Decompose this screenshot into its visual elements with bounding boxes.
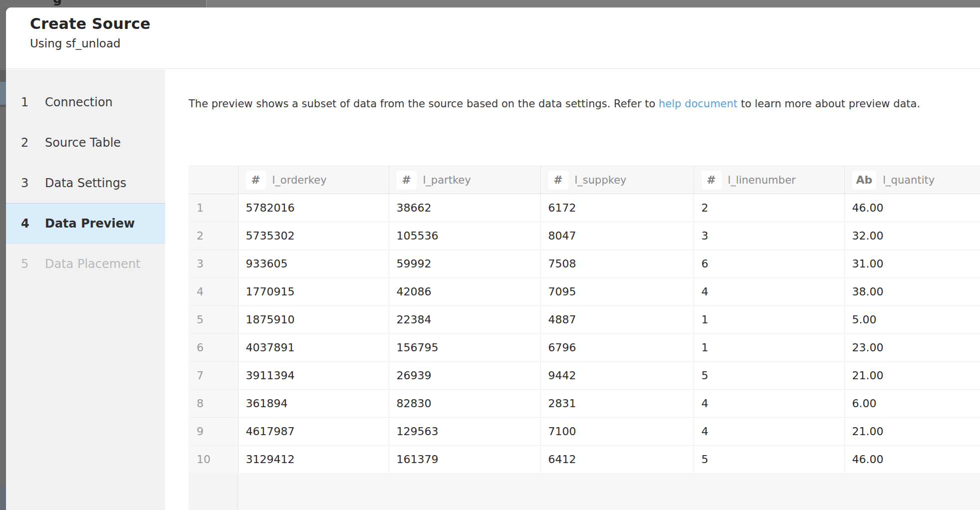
step-label: Data Settings	[45, 176, 126, 190]
step-number: 4	[21, 217, 35, 231]
cell-l_suppkey: 6412	[540, 446, 694, 474]
cell-l_linenumber: 6	[694, 250, 844, 278]
cell-l_quantity: 21.00	[844, 418, 980, 446]
step-label: Data Placement	[45, 257, 141, 271]
modal-title: Create Source	[30, 14, 980, 33]
cell-l_orderkey: 3911394	[238, 362, 389, 390]
numeric-type-icon: #	[702, 171, 722, 190]
step-number: 3	[21, 176, 35, 190]
row-number-header-cell	[189, 166, 238, 194]
cell-l_quantity: 6.00	[844, 390, 980, 418]
column-header-l_orderkey: #l_orderkey	[238, 166, 389, 194]
cell-l_quantity: 38.00	[844, 278, 980, 306]
modal-subtitle: Using sf_unload	[30, 36, 980, 51]
table-row: 73911394269399442521.00	[189, 362, 980, 390]
wizard-sidebar: 1Connection2Source Table3Data Settings4D…	[6, 69, 165, 510]
cell-l_linenumber: 1	[694, 306, 844, 334]
step-number: 5	[21, 257, 35, 271]
cell-l_suppkey: 4887	[540, 306, 694, 334]
preview-description: The preview shows a subset of data from …	[189, 98, 920, 110]
sidebar-step-data-placement: 5Data Placement	[6, 244, 165, 284]
row-number-cell: 3	[189, 250, 238, 278]
cell-l_partkey: 42086	[389, 278, 540, 306]
row-number-cell: 10	[189, 446, 238, 474]
cell-l_suppkey: 8047	[540, 222, 694, 250]
cell-l_quantity: 31.00	[844, 250, 980, 278]
cell-l_suppkey: 6796	[540, 334, 694, 362]
row-number-cell: 9	[189, 418, 238, 446]
cell-l_orderkey: 5735302	[238, 222, 389, 250]
cell-l_partkey: 82830	[389, 390, 540, 418]
sidebar-step-connection[interactable]: 1Connection	[6, 82, 165, 122]
cell-l_orderkey: 4037891	[238, 334, 389, 362]
background-left-edge	[0, 7, 6, 510]
preview-table-header-row: #l_orderkey#l_partkey#l_suppkey#l_linenu…	[189, 166, 980, 194]
sidebar-step-data-settings[interactable]: 3Data Settings	[6, 163, 165, 203]
cell-l_partkey: 129563	[389, 418, 540, 446]
column-header-l_suppkey: #l_suppkey	[540, 166, 694, 194]
row-number-cell: 4	[189, 278, 238, 306]
create-source-modal: Create Source Using sf_unload 1Connectio…	[6, 7, 980, 510]
cell-l_suppkey: 7095	[540, 278, 694, 306]
help-document-link[interactable]: help document	[659, 98, 737, 110]
table-row: 640378911567956796123.00	[189, 334, 980, 362]
cell-l_orderkey: 361894	[238, 390, 389, 418]
cell-l_linenumber: 4	[694, 390, 844, 418]
cell-l_suppkey: 7508	[540, 250, 694, 278]
table-empty-area	[189, 473, 980, 510]
cell-l_partkey: 26939	[389, 362, 540, 390]
table-row: 946179871295637100421.00	[189, 418, 980, 446]
cell-l_linenumber: 4	[694, 418, 844, 446]
cell-l_linenumber: 3	[694, 222, 844, 250]
modal-header: Create Source Using sf_unload	[6, 7, 980, 69]
table-row: 41770915420867095438.00	[189, 278, 980, 306]
row-number-cell: 1	[189, 194, 238, 222]
cell-l_linenumber: 2	[694, 194, 844, 222]
column-header-l_quantity: Abl_quantity	[844, 166, 980, 194]
cell-l_linenumber: 4	[694, 278, 844, 306]
cell-l_linenumber: 5	[694, 446, 844, 474]
cell-l_orderkey: 3129412	[238, 446, 389, 474]
cell-l_orderkey: 1875910	[238, 306, 389, 334]
column-name: l_quantity	[883, 174, 935, 186]
step-label: Connection	[45, 95, 113, 109]
cell-l_linenumber: 5	[694, 362, 844, 390]
cell-l_quantity: 23.00	[844, 334, 980, 362]
cell-l_orderkey: 5782016	[238, 194, 389, 222]
cell-l_suppkey: 9442	[540, 362, 694, 390]
preview-description-text-after: to learn more about preview data.	[737, 98, 920, 110]
table-row: 257353021055368047332.00	[189, 222, 980, 250]
step-number: 1	[21, 95, 35, 109]
wizard-steps: 1Connection2Source Table3Data Settings4D…	[6, 69, 165, 284]
background-top-bar-left-segment: g	[0, 0, 207, 7]
cell-l_quantity: 46.00	[844, 194, 980, 222]
cell-l_partkey: 105536	[389, 222, 540, 250]
cell-l_partkey: 38662	[389, 194, 540, 222]
preview-table-body: 15782016386626172246.0025735302105536804…	[189, 194, 980, 474]
cell-l_orderkey: 933605	[238, 250, 389, 278]
cell-l_quantity: 5.00	[844, 306, 980, 334]
step-label: Data Preview	[45, 217, 135, 231]
row-number-cell: 8	[189, 390, 238, 418]
cell-l_quantity: 21.00	[844, 362, 980, 390]
background-page-text-fragment: g	[53, 0, 62, 6]
cell-l_quantity: 46.00	[844, 446, 980, 474]
text-type-icon: Ab	[852, 171, 877, 190]
column-header-l_linenumber: #l_linenumber	[694, 166, 844, 194]
cell-l_partkey: 22384	[389, 306, 540, 334]
cell-l_orderkey: 1770915	[238, 278, 389, 306]
table-row: 15782016386626172246.00	[189, 194, 980, 222]
numeric-type-icon: #	[246, 171, 266, 190]
column-name: l_orderkey	[272, 174, 327, 186]
sidebar-step-data-preview[interactable]: 4Data Preview	[6, 203, 165, 244]
table-row: 3933605599927508631.00	[189, 250, 980, 278]
column-name: l_partkey	[423, 174, 471, 186]
table-row: 5187591022384488715.00	[189, 306, 980, 334]
row-number-cell: 2	[189, 222, 238, 250]
sidebar-step-source-table[interactable]: 2Source Table	[6, 122, 165, 163]
cell-l_partkey: 161379	[389, 446, 540, 474]
cell-l_quantity: 32.00	[844, 222, 980, 250]
row-number-cell: 5	[189, 306, 238, 334]
preview-description-text: The preview shows a subset of data from …	[189, 98, 659, 110]
cell-l_suppkey: 6172	[540, 194, 694, 222]
